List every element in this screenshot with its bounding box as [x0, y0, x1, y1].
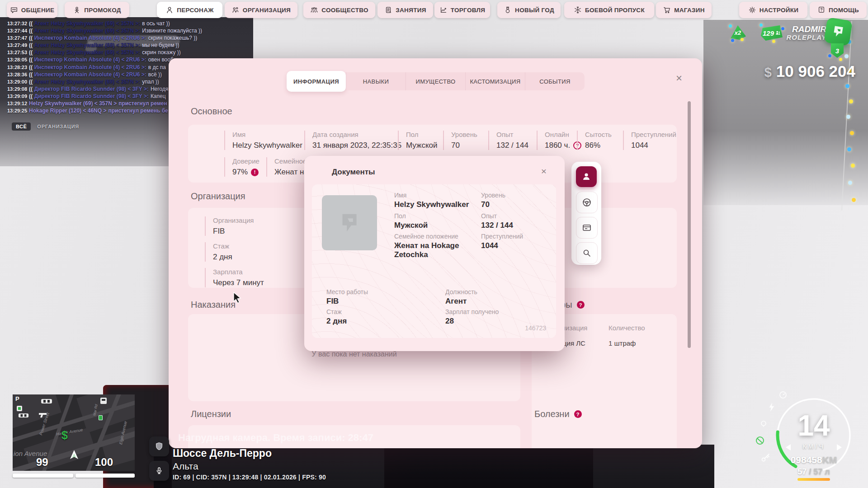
nav-promo-button[interactable]: ПРОМОКОД [65, 2, 129, 18]
engine-gauge-icon [778, 390, 788, 399]
side-documents-button[interactable] [576, 217, 598, 239]
doc-field-family: Семейное положение Женат на Hokage Zetoc… [394, 233, 459, 259]
chat-line: 13:27:53(( Агент Helzy Skywhywalker (69)… [7, 49, 288, 56]
nav-label: БОЕВОЙ ПРОПУСК [585, 7, 645, 14]
chat-channel-tabs: ВСЁ ОРГАНИЗАЦИЯ [12, 122, 79, 131]
nav-battle-pass-button[interactable]: БОЕВОЙ ПРОПУСК [564, 2, 654, 18]
document-serial: 146723 [525, 324, 546, 332]
nav-new-year-button[interactable]: НОВЫЙ ГОД [497, 2, 561, 18]
field-online: Онлайн 1860 ч.? [537, 131, 581, 150]
section-title-licenses: Лицензии [191, 409, 231, 419]
minimap: Power Street Havick Avenue Elgin Avenue … [13, 394, 135, 471]
microphone-icon [155, 466, 164, 475]
gear-icon [748, 6, 756, 14]
document-photo [322, 195, 377, 250]
chat-tab-all[interactable]: ВСЁ [12, 122, 31, 131]
chat-tab-organization[interactable]: ОРГАНИЗАЦИЯ [37, 124, 79, 129]
field-satiety: Сытость86% [577, 131, 612, 150]
nav-chat-button[interactable]: ОБЩЕНИЕ [7, 2, 57, 18]
garland-light [850, 131, 854, 135]
question-badge[interactable]: ? [577, 301, 585, 309]
nav-activities-button[interactable]: ЗАНЯТИЯ [377, 2, 433, 18]
speedometer: 14 КМ/Ч 098458KM 57 / 57 л [769, 392, 859, 488]
voice-mic-button[interactable] [149, 461, 169, 481]
snowflake-icon [574, 6, 582, 14]
nav-shop-button[interactable]: МАГАЗИН [656, 2, 712, 18]
magnifier-icon [581, 248, 592, 258]
panel-scrollbar[interactable] [688, 101, 691, 348]
garland-light [731, 39, 734, 42]
lightning-icon [768, 402, 776, 412]
tab-information[interactable]: ИНФОРМАЦИЯ [287, 71, 346, 92]
nav-label: ПРОМОКОД [84, 7, 121, 14]
modal-close-icon[interactable]: × [541, 166, 547, 177]
garland-light [844, 54, 849, 58]
nav-label: ЗАНЯТИЯ [396, 7, 426, 14]
field-gender: ПолМужской [398, 131, 438, 150]
doc-field-crimes: Преступлений1044 [481, 233, 523, 250]
diseases-card [532, 425, 677, 448]
panel-close-icon[interactable]: × [676, 74, 682, 83]
nav-character-button[interactable]: ПЕРСОНАЖ [157, 2, 222, 18]
tab-property[interactable]: ИМУЩЕСТВО [406, 72, 465, 90]
shield-icon [154, 441, 164, 451]
people-icon [775, 30, 781, 36]
side-vehicle-button[interactable] [576, 192, 598, 213]
nav-label: ОБЩЕНИЕ [21, 7, 55, 14]
field-crimes: Преступлений1044 [623, 131, 676, 150]
side-search-button[interactable] [576, 242, 598, 264]
fuel-bar [797, 478, 830, 481]
tab-events[interactable]: СОБЫТИЯ [525, 72, 585, 90]
garland-light [729, 24, 732, 28]
turn-signal-right-icon [837, 444, 842, 450]
side-character-button[interactable] [576, 166, 597, 187]
nav-label: ПЕРСОНАЖ [177, 7, 213, 14]
community-icon [310, 6, 318, 14]
nav-organization-button[interactable]: ОРГАНИЗАЦИЯ [225, 2, 297, 18]
nav-label: НОВЫЙ ГОД [515, 7, 554, 14]
server-logo-icon [824, 17, 853, 46]
chat-line: 13:27:32(( Агент Helzy Skywhywalker (69)… [7, 20, 288, 27]
map-house-blip [16, 405, 23, 412]
modal-title: Документы [332, 168, 375, 177]
garland-light [845, 84, 849, 88]
key-icon [760, 452, 771, 463]
chat-line: 13:27:47(( Инспектор Kombain Absolute (4… [7, 34, 288, 42]
dollar-icon: $ [764, 65, 772, 80]
garland-light [839, 58, 842, 61]
doc-field-exp: Опыт132 / 144 [481, 212, 513, 230]
map-parking-blip: P [15, 395, 19, 402]
garland-light [848, 181, 852, 185]
nav-settings-button[interactable]: НАСТРОЙКИ [739, 2, 807, 18]
faction-shield-button[interactable] [149, 436, 169, 456]
nav-help-button[interactable]: ПОМОЩЬ [810, 2, 867, 18]
location-street: Шоссе Дель-Перро [173, 447, 272, 460]
fines-col-count: Количество [609, 324, 645, 332]
tab-skills[interactable]: НАВЫКИ [346, 72, 406, 90]
speed-unit: КМ/Ч [769, 443, 859, 450]
headlight-icon [760, 419, 768, 427]
map-green-blip [99, 415, 103, 420]
steering-wheel-icon [581, 197, 592, 208]
seatbelt-icon [755, 436, 765, 446]
field-org-tenure: Стаж2 дня [205, 242, 232, 262]
fuel-indicator: 57 / 57 л [769, 467, 859, 477]
nav-community-button[interactable]: СООБЩЕСТВО [303, 2, 375, 18]
question-badge[interactable]: ? [574, 410, 582, 418]
doc-field-position: ДолжностьАгент [445, 288, 477, 306]
chat-line: 13:27:49(( Агент Helzy Skywhywalker (69)… [7, 42, 288, 49]
nav-label: ПОМОЩЬ [829, 7, 859, 14]
nav-trade-button[interactable]: ТОРГОВЛЯ [434, 2, 490, 18]
alert-badge[interactable]: ! [251, 169, 259, 176]
garland-light [781, 27, 784, 30]
tab-customization[interactable]: КАСТОМИЗАЦИЯ [465, 72, 525, 90]
section-title-diseases: Болезни? [534, 409, 582, 419]
garland-light [847, 147, 851, 151]
snowman-icon [504, 6, 512, 14]
location-area: Альта [173, 461, 198, 472]
garland-light [828, 54, 831, 57]
doc-field-tenure: Стаж2 дня [326, 308, 347, 326]
map-health-value: 99 [36, 456, 48, 469]
doc-field-salary: Зарплат получено28 [445, 308, 499, 326]
map-car-blip [18, 413, 29, 418]
